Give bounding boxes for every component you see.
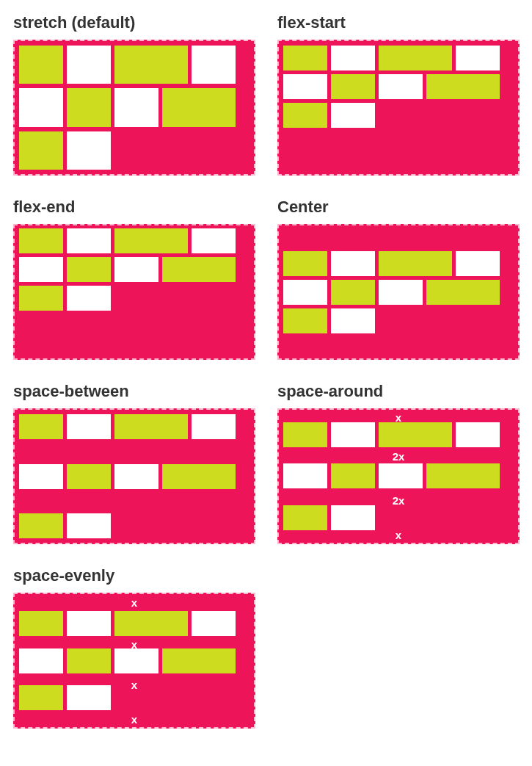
flex-item [379,280,423,305]
flex-row [283,103,514,128]
flex-container-start [277,40,520,176]
flex-row [283,251,514,276]
flex-item [114,46,188,84]
flex-item [426,463,500,488]
flex-row [19,286,249,311]
flex-item [379,251,452,276]
panel-stretch: stretch (default) [13,13,255,176]
flex-item [379,463,423,488]
flex-item [192,414,236,439]
flex-item [19,611,63,636]
flex-item [331,251,375,276]
flex-item [283,74,327,99]
flex-item [19,648,63,673]
flex-row [19,611,249,636]
flex-item [67,131,111,170]
flex-item [19,46,63,84]
flex-item [114,228,188,253]
flex-row [19,257,249,282]
panel-title: space-evenly [13,566,255,585]
flex-item [162,464,236,489]
panel-title: space-around [277,382,520,401]
flex-item [19,131,63,170]
flex-item [67,464,111,489]
flex-item [331,463,375,488]
flex-row [19,88,249,126]
flex-row [19,414,249,439]
flex-item [67,46,111,84]
diagram-grid: stretch (default) flex-start [13,13,519,729]
flex-item [19,88,63,126]
flex-row [19,228,249,253]
flex-item [331,308,375,333]
flex-container-center [277,224,520,360]
flex-item [331,46,375,71]
flex-row [283,74,514,99]
panel-title: stretch (default) [13,13,255,32]
flex-item [283,422,327,447]
flex-item [426,280,500,305]
panel-flex-start: flex-start [277,13,520,176]
flex-item [162,257,236,282]
flex-item [456,251,500,276]
flex-item [114,414,188,439]
flex-item [426,74,500,99]
flex-item [19,414,63,439]
flex-item [283,463,327,488]
flex-row [19,513,249,538]
flex-item [67,513,111,538]
flex-row [283,46,514,71]
flex-item [283,103,327,128]
flex-item [19,464,63,489]
flex-item [67,611,111,636]
flex-item [67,685,111,710]
annotation-x: x [120,679,149,691]
flex-container-stretch [13,40,255,176]
flex-item [331,505,375,530]
flex-row [283,308,514,333]
flex-item [331,280,375,305]
flex-container-around: x 2x 2x x [277,408,520,544]
panel-center: Center [277,198,520,360]
annotation-2x: 2x [384,450,413,463]
flex-item [192,46,236,84]
panel-title: Center [277,198,520,217]
flex-item [19,286,63,311]
flex-item [192,228,236,253]
flex-item [114,611,188,636]
flex-item [456,46,500,71]
panel-space-around: space-around x 2x 2x x [277,382,520,544]
annotation-x: x [384,411,413,424]
flex-container-end [13,224,255,360]
flex-item [162,88,236,126]
flex-row [19,464,249,489]
flex-row [19,46,249,84]
flex-item [19,257,63,282]
flex-row [283,422,514,447]
flex-container-evenly: x x x x [13,593,255,729]
flex-item [331,74,375,99]
flex-item [379,46,452,71]
panel-space-between: space-between [13,382,255,544]
annotation-x: x [120,713,149,726]
flex-container-between [13,408,255,544]
flex-item [67,648,111,673]
flex-item [192,611,236,636]
flex-item [379,74,423,99]
flex-item [331,103,375,128]
flex-item [67,228,111,253]
annotation-x: x [120,596,149,609]
panel-title: flex-start [277,13,520,32]
flex-row [19,131,249,170]
flex-item [19,513,63,538]
flex-item [283,280,327,305]
flex-item [283,251,327,276]
panel-title: space-between [13,382,255,401]
annotation-x: x [120,638,149,651]
flex-row [283,280,514,305]
panel-title: flex-end [13,198,255,217]
flex-item [331,422,375,447]
flex-item [283,308,327,333]
flex-item [283,505,327,530]
flex-item [162,648,236,673]
